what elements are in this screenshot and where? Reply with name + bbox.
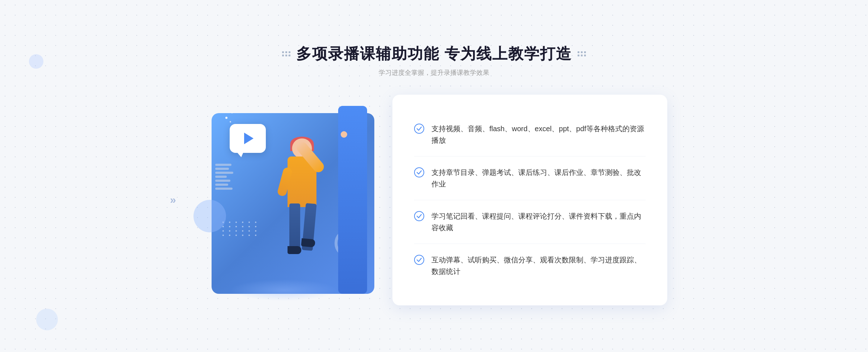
svg-point-3 [414, 255, 424, 265]
subtitle: 学习进度全掌握，提升录播课教学效果 [282, 68, 586, 77]
feature-text-1: 支持视频、音频、flash、word、excel、ppt、pdf等各种格式的资源… [431, 123, 646, 146]
girl-body [288, 156, 316, 207]
sparkle-2 [230, 121, 231, 123]
page-container: 多项录播课辅助功能 专为线上教学打造 学习进度全掌握，提升录播课教学效果 » [0, 0, 868, 352]
feature-item-2: 支持章节目录、弹题考试、课后练习、课后作业、章节测验、批改作业 [414, 156, 646, 200]
check-icon-3 [414, 211, 424, 221]
girl-shoe-right [301, 238, 315, 247]
girl-figure [259, 138, 345, 297]
check-icon-4 [414, 255, 424, 265]
arrows-decoration: » [170, 194, 176, 206]
content-section: » [199, 91, 669, 308]
svg-point-2 [414, 211, 424, 221]
check-icon-1 [414, 124, 424, 134]
girl-leg-left [289, 203, 300, 254]
light-beam [230, 279, 338, 301]
svg-point-0 [414, 124, 424, 133]
sparkle-3 [231, 112, 233, 113]
check-icon-2 [414, 167, 424, 177]
feature-text-4: 互动弹幕、试听购买、微信分享、观看次数限制、学习进度跟踪、数据统计 [431, 254, 646, 277]
blue-circle-left [193, 200, 226, 232]
main-title: 多项录播课辅助功能 专为线上教学打造 [296, 44, 572, 64]
sparkle-1 [225, 117, 227, 119]
play-triangle-icon [244, 133, 254, 144]
girl-shoe-left [288, 246, 301, 254]
decorator-left [282, 51, 290, 56]
girl-hand [341, 131, 347, 138]
girl-leg-right [302, 203, 316, 251]
feature-text-2: 支持章节目录、弹题考试、课后练习、课后作业、章节测验、批改作业 [431, 167, 646, 190]
feature-item-3: 学习笔记回看、课程提问、课程评论打分、课件资料下载，重点内容收藏 [414, 200, 646, 244]
page-circle-decor-2 [29, 54, 43, 69]
gray-stripes [215, 164, 233, 193]
header-decorators: 多项录播课辅助功能 专为线上教学打造 [282, 44, 586, 64]
illustration-area [201, 91, 396, 308]
page-circle-decor-1 [36, 309, 58, 330]
svg-point-1 [414, 168, 424, 177]
features-panel: 支持视频、音频、flash、word、excel、ppt、pdf等各种格式的资源… [392, 95, 667, 305]
girl-arm-left [277, 167, 293, 197]
girl-legs [289, 203, 315, 261]
feature-item-4: 互动弹幕、试听购买、微信分享、观看次数限制、学习进度跟踪、数据统计 [414, 244, 646, 287]
decorator-right [578, 51, 586, 56]
header-section: 多项录播课辅助功能 专为线上教学打造 学习进度全掌握，提升录播课教学效果 [282, 44, 586, 77]
feature-text-3: 学习笔记回看、课程提问、课程评论打分、课件资料下载，重点内容收藏 [431, 210, 646, 233]
feature-item-1: 支持视频、音频、flash、word、excel、ppt、pdf等各种格式的资源… [414, 113, 646, 156]
